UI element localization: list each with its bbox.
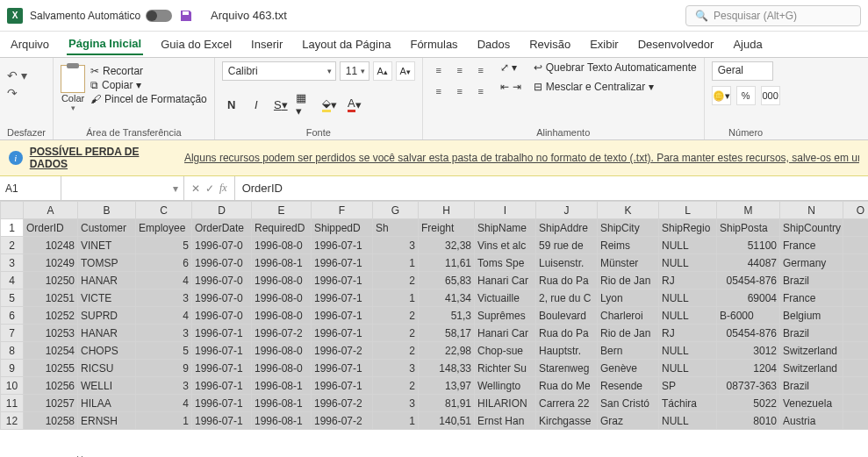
cell[interactable]: Freight <box>419 219 475 237</box>
cell[interactable] <box>843 377 869 395</box>
cell[interactable]: 1 <box>373 289 419 307</box>
save-icon[interactable] <box>179 9 193 23</box>
cell[interactable]: ShipCity <box>598 219 659 237</box>
cell[interactable]: Hanari Car <box>475 272 536 289</box>
cell[interactable] <box>843 237 869 254</box>
row-header[interactable]: 8 <box>1 342 24 360</box>
orientation-button[interactable]: ⤢ ▾ <box>500 61 521 74</box>
cell[interactable]: NULL <box>659 412 717 430</box>
cell[interactable]: 10251 <box>24 289 78 307</box>
cell[interactable]: VICTE <box>78 289 136 307</box>
cell[interactable]: 1996-07-0 <box>192 307 252 325</box>
cell[interactable]: 1996-08-1 <box>252 254 312 272</box>
table-row[interactable]: 610252SUPRD41996-07-01996-08-01996-07-12… <box>1 307 869 325</box>
cell[interactable]: Rua do Pa <box>536 325 598 342</box>
cell[interactable]: HILARION <box>475 395 536 412</box>
table-row[interactable]: 310249TOMSP61996-07-01996-08-11996-07-11… <box>1 254 869 272</box>
cell[interactable]: RJ <box>659 325 717 342</box>
cell[interactable]: RequiredD <box>252 219 312 237</box>
cell[interactable] <box>843 342 869 360</box>
cell[interactable]: OrderID <box>24 219 78 237</box>
name-box-dropdown[interactable]: ▾ <box>61 176 184 200</box>
cell[interactable]: 3 <box>136 325 192 342</box>
cell[interactable]: Rio de Jan <box>598 272 659 289</box>
tab-formulas[interactable]: Fórmulas <box>408 34 459 54</box>
cell[interactable]: Germany <box>780 254 843 272</box>
cell[interactable]: 08737-363 <box>717 377 780 395</box>
fx-icon[interactable]: fx <box>219 182 227 195</box>
cell[interactable] <box>843 272 869 289</box>
cell[interactable]: 1996-07-1 <box>312 360 373 377</box>
comma-button[interactable]: 000 <box>761 86 780 105</box>
fill-color-button[interactable]: ⬙ ▾ <box>320 95 340 114</box>
cell[interactable]: 1996-07-2 <box>312 395 373 412</box>
cell[interactable]: SUPRD <box>78 307 136 325</box>
table-row[interactable]: 910255RICSU91996-07-11996-08-01996-07-13… <box>1 360 869 377</box>
cell[interactable]: SP <box>659 377 717 395</box>
underline-button[interactable]: S ▾ <box>271 95 291 114</box>
cut-button[interactable]: ✂Recortar <box>90 65 207 77</box>
font-size-select[interactable]: 11 <box>340 61 369 81</box>
table-row[interactable]: 210248VINET51996-07-01996-08-01996-07-13… <box>1 237 869 254</box>
cell[interactable]: 51,3 <box>419 307 475 325</box>
cell[interactable]: 8010 <box>717 412 780 430</box>
row-header[interactable]: 3 <box>1 254 24 272</box>
cell[interactable]: TOMSP <box>78 254 136 272</box>
tab-desenvolvedor[interactable]: Desenvolvedor <box>636 34 716 54</box>
cell[interactable]: 1996-07-1 <box>192 360 252 377</box>
cell[interactable]: 3 <box>136 289 192 307</box>
cell[interactable]: 1996-07-1 <box>312 272 373 289</box>
cell[interactable]: 1996-08-1 <box>252 412 312 430</box>
cell[interactable]: Lyon <box>598 289 659 307</box>
cell[interactable]: HILAA <box>78 395 136 412</box>
cell[interactable]: 1996-07-1 <box>192 377 252 395</box>
table-row[interactable]: 1010256WELLI31996-07-11996-08-11996-07-1… <box>1 377 869 395</box>
cell[interactable]: 1996-08-0 <box>252 342 312 360</box>
borders-button[interactable]: ▦ ▾ <box>296 95 315 114</box>
column-header[interactable]: E <box>252 202 312 219</box>
cell[interactable]: 44087 <box>717 254 780 272</box>
cell[interactable]: 2 <box>373 377 419 395</box>
cell[interactable]: NULL <box>659 237 717 254</box>
cell[interactable]: HANAR <box>78 325 136 342</box>
font-name-select[interactable]: Calibri <box>222 61 336 81</box>
cell[interactable]: 59 rue de <box>536 237 598 254</box>
tab-pagina-inicial[interactable]: Página Inicial <box>67 33 143 55</box>
cell[interactable]: Vins et alc <box>475 237 536 254</box>
table-row[interactable]: 1210258ERNSH11996-07-11996-08-11996-07-2… <box>1 412 869 430</box>
spreadsheet-grid[interactable]: ABCDEFGHIJKLMNO 1OrderIDCustomerEmployee… <box>0 201 868 430</box>
cell[interactable]: Carrera 22 <box>536 395 598 412</box>
cell[interactable]: 81,91 <box>419 395 475 412</box>
cell[interactable]: B-6000 <box>717 307 780 325</box>
cell[interactable] <box>843 395 869 412</box>
cell[interactable]: 1996-08-0 <box>252 272 312 289</box>
column-header[interactable]: A <box>24 202 78 219</box>
autosave-toggle[interactable]: Salvamento Automático <box>30 10 172 22</box>
cell[interactable]: 1996-07-1 <box>192 342 252 360</box>
cell[interactable]: Brazil <box>780 272 843 289</box>
cell[interactable]: Brazil <box>780 377 843 395</box>
cell[interactable]: RJ <box>659 272 717 289</box>
align-center-icon[interactable]: ≡ <box>451 82 469 100</box>
column-header[interactable]: C <box>136 202 192 219</box>
cell[interactable]: 1996-07-1 <box>312 289 373 307</box>
cell[interactable]: 3 <box>136 377 192 395</box>
cell[interactable]: Resende <box>598 377 659 395</box>
cell[interactable]: 10250 <box>24 272 78 289</box>
row-header[interactable]: 11 <box>1 395 24 412</box>
cell[interactable]: France <box>780 289 843 307</box>
row-header[interactable]: 5 <box>1 289 24 307</box>
cell[interactable]: 1996-08-0 <box>252 289 312 307</box>
cell[interactable]: OrderDate <box>192 219 252 237</box>
cell[interactable]: 4 <box>136 272 192 289</box>
cell[interactable]: 1996-07-0 <box>192 289 252 307</box>
italic-button[interactable]: I <box>247 95 266 114</box>
row-header[interactable]: 9 <box>1 360 24 377</box>
cell[interactable]: 1996-07-0 <box>192 237 252 254</box>
cell[interactable]: Graz <box>598 412 659 430</box>
redo-icon[interactable]: ↷ <box>7 86 27 100</box>
column-header-row[interactable]: ABCDEFGHIJKLMNO <box>1 202 869 219</box>
font-color-button[interactable]: A ▾ <box>345 95 364 114</box>
column-header[interactable]: N <box>780 202 843 219</box>
cell[interactable]: Ernst Han <box>475 412 536 430</box>
